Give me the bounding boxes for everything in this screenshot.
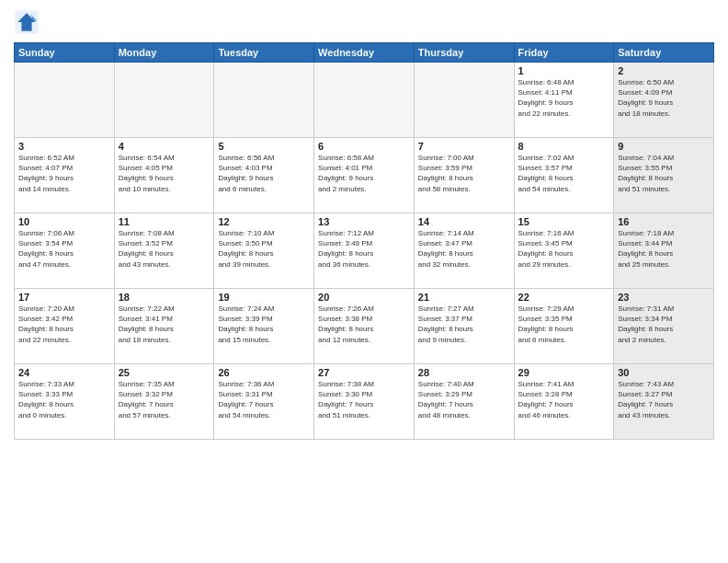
calendar-cell: 10Sunrise: 7:06 AM Sunset: 3:54 PM Dayli… [15, 213, 115, 289]
calendar-week-2: 3Sunrise: 6:52 AM Sunset: 4:07 PM Daylig… [15, 138, 714, 213]
calendar-week-1: 1Sunrise: 6:48 AM Sunset: 4:11 PM Daylig… [15, 63, 714, 138]
calendar-cell: 26Sunrise: 7:36 AM Sunset: 3:31 PM Dayli… [214, 364, 314, 440]
calendar-body: 1Sunrise: 6:48 AM Sunset: 4:11 PM Daylig… [15, 63, 714, 440]
weekday-header-monday: Monday [114, 43, 214, 63]
calendar-cell: 3Sunrise: 6:52 AM Sunset: 4:07 PM Daylig… [15, 138, 115, 213]
day-number: 21 [418, 292, 510, 303]
header [14, 9, 714, 35]
calendar-cell: 8Sunrise: 7:02 AM Sunset: 3:57 PM Daylig… [514, 138, 614, 213]
day-number: 1 [518, 65, 610, 76]
day-number: 3 [18, 141, 110, 152]
day-number: 5 [218, 141, 310, 152]
day-number: 11 [119, 216, 210, 227]
day-info: Sunrise: 6:48 AM Sunset: 4:11 PM Dayligh… [518, 77, 610, 119]
calendar-cell: 14Sunrise: 7:14 AM Sunset: 3:47 PM Dayli… [414, 213, 514, 289]
calendar-cell: 27Sunrise: 7:38 AM Sunset: 3:30 PM Dayli… [314, 364, 415, 440]
day-info: Sunrise: 7:02 AM Sunset: 3:57 PM Dayligh… [518, 153, 610, 194]
calendar-cell: 28Sunrise: 7:40 AM Sunset: 3:29 PM Dayli… [414, 364, 514, 440]
weekday-row: SundayMondayTuesdayWednesdayThursdayFrid… [15, 43, 714, 63]
day-number: 16 [618, 216, 710, 227]
day-info: Sunrise: 6:52 AM Sunset: 4:07 PM Dayligh… [18, 153, 110, 194]
logo-icon [14, 9, 40, 35]
day-info: Sunrise: 7:35 AM Sunset: 3:32 PM Dayligh… [119, 379, 210, 420]
calendar-cell: 5Sunrise: 6:56 AM Sunset: 4:03 PM Daylig… [214, 138, 314, 213]
calendar-table: SundayMondayTuesdayWednesdayThursdayFrid… [14, 42, 714, 440]
calendar-cell: 16Sunrise: 7:18 AM Sunset: 3:44 PM Dayli… [614, 213, 714, 289]
calendar-cell: 19Sunrise: 7:24 AM Sunset: 3:39 PM Dayli… [214, 289, 314, 364]
weekday-header-thursday: Thursday [414, 43, 514, 63]
day-number: 22 [518, 292, 610, 303]
calendar-cell: 15Sunrise: 7:16 AM Sunset: 3:45 PM Dayli… [514, 213, 614, 289]
day-number: 29 [518, 367, 610, 378]
day-number: 20 [318, 292, 410, 303]
calendar-cell [15, 63, 115, 138]
day-number: 14 [418, 216, 510, 227]
calendar-cell: 22Sunrise: 7:29 AM Sunset: 3:35 PM Dayli… [514, 289, 614, 364]
day-info: Sunrise: 6:50 AM Sunset: 4:09 PM Dayligh… [618, 77, 710, 119]
day-info: Sunrise: 7:43 AM Sunset: 3:27 PM Dayligh… [618, 379, 710, 420]
day-number: 28 [418, 367, 510, 378]
calendar-cell: 30Sunrise: 7:43 AM Sunset: 3:27 PM Dayli… [614, 364, 714, 440]
day-info: Sunrise: 7:24 AM Sunset: 3:39 PM Dayligh… [218, 304, 310, 345]
calendar-cell: 20Sunrise: 7:26 AM Sunset: 3:38 PM Dayli… [314, 289, 415, 364]
calendar-cell [214, 63, 314, 138]
calendar-week-3: 10Sunrise: 7:06 AM Sunset: 3:54 PM Dayli… [15, 213, 714, 289]
calendar-cell: 2Sunrise: 6:50 AM Sunset: 4:09 PM Daylig… [614, 63, 714, 138]
day-number: 6 [318, 141, 410, 152]
calendar-week-4: 17Sunrise: 7:20 AM Sunset: 3:42 PM Dayli… [15, 289, 714, 364]
day-number: 13 [318, 216, 410, 227]
day-info: Sunrise: 7:33 AM Sunset: 3:33 PM Dayligh… [18, 379, 110, 420]
day-info: Sunrise: 7:12 AM Sunset: 3:49 PM Dayligh… [318, 228, 410, 270]
calendar-cell: 13Sunrise: 7:12 AM Sunset: 3:49 PM Dayli… [314, 213, 415, 289]
day-number: 17 [18, 292, 110, 303]
day-info: Sunrise: 6:54 AM Sunset: 4:05 PM Dayligh… [119, 153, 210, 194]
day-number: 27 [318, 367, 410, 378]
day-info: Sunrise: 7:36 AM Sunset: 3:31 PM Dayligh… [218, 379, 310, 420]
day-info: Sunrise: 7:16 AM Sunset: 3:45 PM Dayligh… [518, 228, 610, 270]
calendar-cell: 11Sunrise: 7:08 AM Sunset: 3:52 PM Dayli… [114, 213, 214, 289]
day-info: Sunrise: 7:06 AM Sunset: 3:54 PM Dayligh… [18, 228, 110, 270]
calendar-cell: 7Sunrise: 7:00 AM Sunset: 3:59 PM Daylig… [414, 138, 514, 213]
day-number: 23 [618, 292, 710, 303]
day-number: 24 [18, 367, 110, 378]
day-info: Sunrise: 6:58 AM Sunset: 4:01 PM Dayligh… [318, 153, 410, 194]
weekday-header-saturday: Saturday [614, 43, 714, 63]
page: SundayMondayTuesdayWednesdayThursdayFrid… [0, 0, 728, 563]
day-info: Sunrise: 7:29 AM Sunset: 3:35 PM Dayligh… [518, 304, 610, 345]
day-number: 9 [618, 141, 710, 152]
day-info: Sunrise: 7:31 AM Sunset: 3:34 PM Dayligh… [618, 304, 710, 345]
calendar-cell: 23Sunrise: 7:31 AM Sunset: 3:34 PM Dayli… [614, 289, 714, 364]
day-number: 30 [618, 367, 710, 378]
day-info: Sunrise: 7:22 AM Sunset: 3:41 PM Dayligh… [119, 304, 210, 345]
day-number: 26 [218, 367, 310, 378]
calendar-cell: 17Sunrise: 7:20 AM Sunset: 3:42 PM Dayli… [15, 289, 115, 364]
day-info: Sunrise: 7:26 AM Sunset: 3:38 PM Dayligh… [318, 304, 410, 345]
day-info: Sunrise: 6:56 AM Sunset: 4:03 PM Dayligh… [218, 153, 310, 194]
calendar-cell: 1Sunrise: 6:48 AM Sunset: 4:11 PM Daylig… [514, 63, 614, 138]
day-number: 7 [418, 141, 510, 152]
calendar-cell: 21Sunrise: 7:27 AM Sunset: 3:37 PM Dayli… [414, 289, 514, 364]
day-number: 12 [218, 216, 310, 227]
logo [14, 9, 43, 35]
weekday-header-friday: Friday [514, 43, 614, 63]
day-info: Sunrise: 7:38 AM Sunset: 3:30 PM Dayligh… [318, 379, 410, 420]
day-info: Sunrise: 7:20 AM Sunset: 3:42 PM Dayligh… [18, 304, 110, 345]
day-number: 10 [18, 216, 110, 227]
weekday-header-wednesday: Wednesday [314, 43, 415, 63]
day-number: 15 [518, 216, 610, 227]
calendar-cell: 4Sunrise: 6:54 AM Sunset: 4:05 PM Daylig… [114, 138, 214, 213]
day-info: Sunrise: 7:18 AM Sunset: 3:44 PM Dayligh… [618, 228, 710, 270]
calendar-cell: 25Sunrise: 7:35 AM Sunset: 3:32 PM Dayli… [114, 364, 214, 440]
calendar-cell: 24Sunrise: 7:33 AM Sunset: 3:33 PM Dayli… [15, 364, 115, 440]
day-info: Sunrise: 7:08 AM Sunset: 3:52 PM Dayligh… [119, 228, 210, 270]
weekday-header-tuesday: Tuesday [214, 43, 314, 63]
day-number: 25 [119, 367, 210, 378]
calendar-cell: 6Sunrise: 6:58 AM Sunset: 4:01 PM Daylig… [314, 138, 415, 213]
day-number: 8 [518, 141, 610, 152]
day-info: Sunrise: 7:04 AM Sunset: 3:55 PM Dayligh… [618, 153, 710, 194]
calendar-cell: 18Sunrise: 7:22 AM Sunset: 3:41 PM Dayli… [114, 289, 214, 364]
calendar-cell: 12Sunrise: 7:10 AM Sunset: 3:50 PM Dayli… [214, 213, 314, 289]
day-number: 4 [119, 141, 210, 152]
calendar-cell [314, 63, 415, 138]
day-number: 19 [218, 292, 310, 303]
